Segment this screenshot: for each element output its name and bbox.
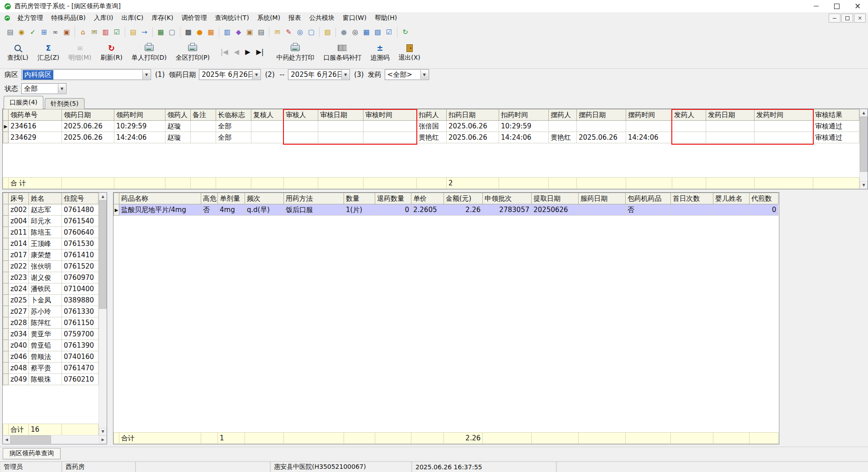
grid-row[interactable]: z011陈培玉0760640	[3, 227, 99, 238]
prescription-print-icon[interactable]: ▤	[5, 27, 16, 38]
syringe-icon[interactable]: ✎	[283, 27, 294, 38]
grid-row[interactable]: z024潘铁民0710400	[3, 283, 99, 295]
tag-icon[interactable]: ◆	[233, 27, 244, 38]
date-to-combobox[interactable]: 2025年 6月26日 ▼	[288, 69, 350, 80]
folder-open-icon[interactable]: ▧	[322, 27, 333, 38]
close-button[interactable]: ×	[847, 0, 868, 12]
charge-icon[interactable]: ◉	[16, 27, 27, 38]
mdi-restore-button[interactable]	[841, 14, 853, 23]
tab-injection[interactable]: 针剂类(5)	[45, 98, 85, 109]
cascade-windows-icon[interactable]: ▧	[372, 27, 383, 38]
menu-item[interactable]: 公共模块	[305, 13, 339, 23]
scroll-left-icon[interactable]: ◀	[3, 435, 10, 444]
red-ledger-icon[interactable]: ▥	[100, 27, 111, 38]
menu-item[interactable]: 帮助(H)	[371, 13, 401, 23]
search-blue-icon[interactable]: ◎	[294, 27, 306, 38]
menu-item[interactable]: 出库(C)	[118, 13, 148, 23]
grid-row[interactable]: z014王顶峰0761530	[3, 238, 99, 250]
last-record-button[interactable]: ▶|	[256, 48, 264, 56]
grid-row[interactable]: z022张伙明0761520	[3, 261, 99, 272]
prev-record-button[interactable]: ◀	[234, 48, 240, 56]
grid-row[interactable]: ▶2346162025.06.2610:29:59赵璇全部张倍国2025.06.…	[3, 121, 859, 132]
yellow-doc-icon[interactable]: ▤	[127, 27, 139, 38]
approve-icon[interactable]: ✓	[27, 27, 38, 38]
parcel-icon[interactable]: ▣	[244, 27, 255, 38]
grid-row[interactable]: z034黄亚华0759700	[3, 329, 99, 340]
seal-icon[interactable]: ▣	[61, 27, 72, 38]
trace-code-button[interactable]: 追溯码	[367, 42, 393, 62]
grid-row[interactable]: z048蔡平贵0761470	[3, 363, 99, 374]
tcm-prescription-print-button[interactable]: 中药处方打印	[273, 42, 318, 62]
building-icon[interactable]: ▥	[222, 27, 233, 38]
next-record-button[interactable]: ▶	[245, 48, 250, 56]
menu-item[interactable]: 特殊药品(B)	[47, 13, 90, 23]
first-record-button[interactable]: |◀	[221, 48, 228, 56]
small-printer-icon[interactable]: ▤	[255, 27, 267, 38]
mailbox-icon[interactable]: ⌂	[77, 27, 89, 38]
menu-item[interactable]: 入库(I)	[90, 13, 118, 23]
tile-windows-icon[interactable]: ▦	[361, 27, 372, 38]
single-print-button[interactable]: 单人打印(D)	[128, 42, 170, 62]
detail-button[interactable]: 明细(M)	[65, 42, 95, 62]
chevron-down-icon[interactable]: ▼	[58, 84, 66, 93]
scrollbar-thumb[interactable]	[860, 117, 868, 172]
doc-export-icon[interactable]: →	[139, 27, 150, 38]
grid-row[interactable]: ▶盐酸贝尼地平片/4mg否4mgq.d(早)饭后口服1(片)02.26052.2…	[114, 204, 778, 216]
oral-barcode-reprint-button[interactable]: 口服条码补打	[320, 42, 365, 62]
patient-horizontal-scrollbar[interactable]: ◀ ▶	[3, 435, 107, 444]
bottom-tab-ward-query[interactable]: 病区领药单查询	[3, 448, 61, 459]
form-check-icon[interactable]: ☑	[383, 27, 395, 38]
scroll-right-icon[interactable]: ▶	[99, 435, 107, 444]
zoom-icon[interactable]: ◎	[349, 27, 361, 38]
menu-item[interactable]: 查询统计(T)	[211, 13, 253, 23]
status-combobox[interactable]: 全部 ▼	[21, 83, 66, 94]
menu-item[interactable]: 处方管理	[14, 13, 47, 23]
minimize-button[interactable]	[806, 0, 826, 12]
all-ward-print-button[interactable]: 全区打印(P)	[172, 42, 213, 62]
menu-item[interactable]: 调价管理	[177, 13, 211, 23]
send-list-icon[interactable]: ✉	[89, 27, 100, 38]
calendar-icon[interactable]: ▦	[205, 27, 217, 38]
scroll-up-icon[interactable]: ▲	[860, 109, 868, 117]
menu-item[interactable]: 窗口(W)	[339, 13, 371, 23]
menu-item[interactable]: 报表	[284, 13, 305, 23]
chevron-down-icon[interactable]: ▼	[420, 70, 428, 79]
chevron-down-icon[interactable]: ▼	[252, 70, 260, 79]
grid-row[interactable]: z023谢义俊0760970	[3, 272, 99, 283]
grid-icon[interactable]: ▩	[183, 27, 194, 38]
scroll-down-icon[interactable]: ▼	[99, 428, 107, 435]
dispense-combobox[interactable]: <全部> ▼	[385, 69, 429, 80]
summary-button[interactable]: 汇总(Z)	[34, 42, 63, 62]
mdi-close-button[interactable]: ×	[854, 14, 866, 23]
grid-row[interactable]: z027苏小玲0761330	[3, 306, 99, 317]
globe-icon[interactable]: ●	[338, 27, 349, 38]
date-from-combobox[interactable]: 2025年 6月26日 ▼	[199, 69, 261, 80]
monitor-icon[interactable]: ▢	[306, 27, 317, 38]
recycle-icon[interactable]: ↻	[400, 27, 411, 38]
bell-icon[interactable]: ●	[194, 27, 205, 38]
binoculars-icon[interactable]: ∞	[50, 27, 61, 38]
money-report-icon[interactable]: ▦	[155, 27, 166, 38]
invoice-search-icon[interactable]: ⊞	[38, 27, 50, 38]
grid-row[interactable]: z028陈萍红0761150	[3, 317, 99, 329]
grid-row[interactable]: z046曾顺法0740160	[3, 351, 99, 363]
find-button[interactable]: 查找(L)	[4, 42, 32, 62]
task-check-icon[interactable]: ☑	[111, 27, 123, 38]
maximize-restore-button[interactable]	[826, 0, 847, 12]
grid-row[interactable]: z040曾亚铅0761390	[3, 340, 99, 351]
grid-row[interactable]: z049陈银珠0760210	[3, 374, 99, 385]
tab-oral[interactable]: 口服类(4)	[4, 96, 43, 109]
grid-row[interactable]: z004邱元水0761540	[3, 216, 99, 227]
calculator-icon[interactable]: ▢	[166, 27, 178, 38]
grid-row[interactable]: 2346292025.06.2614:24:06赵璇全部黄艳红2025.06.2…	[3, 132, 859, 143]
main-grid-vertical-scrollbar[interactable]: ▲ ▼	[859, 109, 868, 189]
grid-row[interactable]: z025卜金凤0389880	[3, 295, 99, 306]
scroll-up-icon[interactable]: ▲	[99, 193, 107, 200]
refresh-button[interactable]: 刷新(R)	[97, 42, 126, 62]
scrollbar-thumb[interactable]	[99, 200, 107, 309]
patient-vertical-scrollbar[interactable]: ▲ ▼	[99, 193, 107, 435]
grid-row[interactable]: z017康荣楚0761410	[3, 250, 99, 261]
scrollbar-thumb[interactable]	[10, 435, 51, 444]
scroll-down-icon[interactable]: ▼	[860, 181, 868, 189]
chevron-down-icon[interactable]: ▼	[142, 70, 150, 79]
